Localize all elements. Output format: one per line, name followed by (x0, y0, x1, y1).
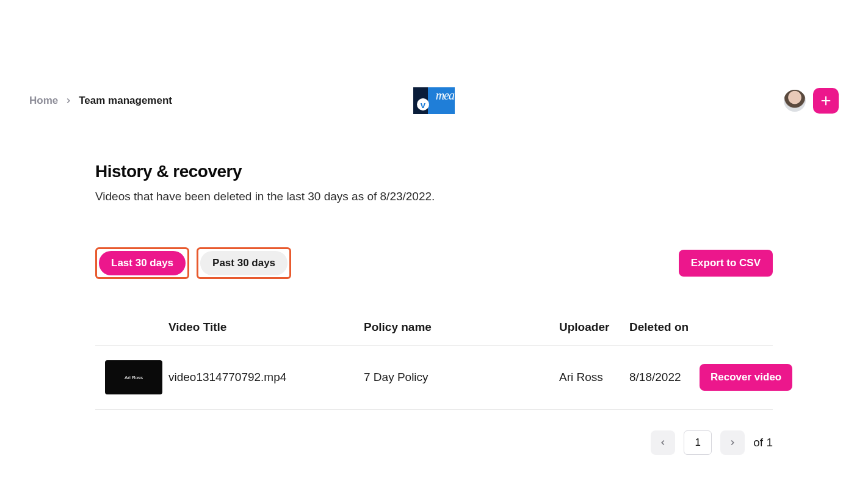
cell-deleted-on: 8/18/2022 (629, 371, 700, 384)
page-subtitle: Videos that have been deleted in the las… (95, 190, 773, 203)
pagination-total: of 1 (753, 436, 773, 449)
col-policy-name: Policy name (364, 321, 559, 334)
cell-video-title: video1314770792.mp4 (168, 371, 364, 384)
recover-video-button[interactable]: Recover video (700, 364, 792, 391)
add-button[interactable] (813, 88, 839, 114)
breadcrumb-home[interactable]: Home (29, 95, 58, 107)
col-deleted-on: Deleted on (629, 321, 700, 334)
export-csv-button[interactable]: Export to CSV (679, 250, 773, 277)
page-title: History & recovery (95, 162, 773, 181)
cell-policy-name: 7 Day Policy (364, 371, 559, 384)
chevron-left-icon (659, 438, 667, 447)
video-thumbnail[interactable]: Ari Ross (105, 360, 162, 394)
plus-icon (819, 94, 833, 107)
chevron-right-icon (64, 96, 73, 105)
filter-past-30-days[interactable]: Past 30 days (200, 251, 288, 275)
deleted-videos-table: Video Title Policy name Uploader Deleted… (95, 321, 773, 410)
table-header-row: Video Title Policy name Uploader Deleted… (95, 321, 773, 346)
logo-badge: v (417, 98, 429, 111)
pagination-page-input[interactable] (684, 430, 712, 455)
cell-uploader: Ari Ross (559, 371, 629, 384)
filter-highlight-active: Last 30 days (95, 247, 189, 279)
col-uploader: Uploader (559, 321, 629, 334)
col-video-title: Video Title (168, 321, 364, 334)
avatar[interactable] (784, 90, 806, 112)
filter-last-30-days[interactable]: Last 30 days (99, 251, 186, 275)
pagination: of 1 (95, 430, 773, 455)
pagination-next-button[interactable] (720, 430, 745, 455)
breadcrumb-current: Team management (79, 95, 172, 107)
filter-highlight-inactive: Past 30 days (197, 247, 291, 279)
breadcrumb: Home Team management (29, 95, 172, 107)
pagination-prev-button[interactable] (651, 430, 675, 455)
table-row: Ari Ross video1314770792.mp4 7 Day Polic… (95, 346, 773, 410)
logo-script: mea (436, 89, 454, 103)
workspace-logo[interactable]: v mea (413, 87, 455, 114)
chevron-right-icon (728, 438, 737, 447)
